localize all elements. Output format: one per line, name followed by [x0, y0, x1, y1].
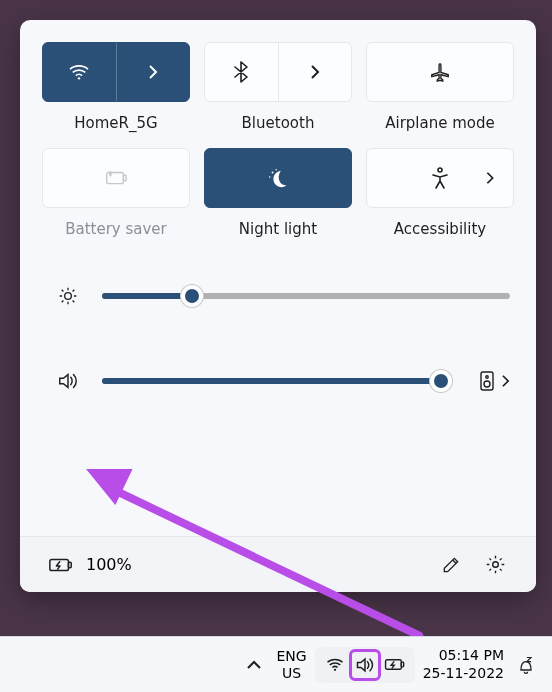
- night-light-tile[interactable]: [204, 148, 352, 208]
- airplane-icon: [429, 61, 451, 83]
- language-bottom: US: [276, 665, 306, 681]
- sliders-group: [42, 286, 514, 422]
- brightness-slider-row: [56, 286, 510, 306]
- chevron-right-icon: [147, 64, 159, 80]
- night-light-label: Night light: [239, 220, 317, 240]
- tray-volume[interactable]: [351, 651, 379, 679]
- bluetooth-label: Bluetooth: [242, 114, 315, 134]
- bluetooth-toggle[interactable]: [205, 43, 279, 101]
- gear-icon: [485, 554, 506, 575]
- volume-thumb[interactable]: [430, 370, 452, 392]
- pencil-icon: [441, 555, 461, 575]
- battery-percentage: 100%: [86, 555, 132, 574]
- airplane-mode-label: Airplane mode: [385, 114, 495, 134]
- volume-icon: [56, 371, 80, 391]
- clock-date: 25-11-2022: [423, 665, 504, 683]
- accessibility-icon: [430, 167, 450, 189]
- chevron-right-icon: [501, 374, 510, 388]
- chevron-up-icon: [246, 659, 262, 671]
- accessibility-expand[interactable]: [485, 171, 495, 185]
- wifi-label: HomeR_5G: [74, 114, 157, 134]
- battery-saver-label: Battery saver: [65, 220, 167, 240]
- brightness-thumb[interactable]: [181, 285, 203, 307]
- svg-rect-16: [401, 662, 403, 667]
- speaker-device-icon: [479, 370, 495, 392]
- volume-slider[interactable]: [102, 378, 451, 384]
- wifi-icon: [326, 657, 344, 672]
- battery-status-icon: [48, 556, 74, 574]
- volume-slider-row: [56, 370, 510, 392]
- wifi-toggle[interactable]: [43, 43, 117, 101]
- svg-point-4: [275, 169, 276, 170]
- accessibility-label: Accessibility: [394, 220, 486, 240]
- svg-rect-2: [123, 175, 126, 181]
- wifi-expand[interactable]: [117, 43, 190, 101]
- chevron-right-icon: [485, 171, 495, 185]
- chevron-right-icon: [309, 64, 321, 80]
- audio-output-button[interactable]: [479, 370, 495, 392]
- quick-settings-tiles: HomeR_5G Bluetooth Airplane: [42, 42, 514, 240]
- svg-rect-15: [385, 660, 401, 669]
- svg-point-3: [272, 172, 274, 174]
- svg-point-9: [486, 376, 488, 378]
- brightness-slider[interactable]: [102, 293, 510, 299]
- airplane-mode-tile[interactable]: [366, 42, 514, 102]
- system-tray[interactable]: [315, 647, 415, 683]
- tray-overflow-button[interactable]: [240, 653, 268, 677]
- svg-point-5: [269, 176, 270, 177]
- bluetooth-tile[interactable]: [204, 42, 352, 102]
- battery-icon: [384, 657, 406, 672]
- svg-point-10: [484, 381, 490, 387]
- battery-saver-icon: [103, 168, 129, 188]
- tray-battery[interactable]: [381, 651, 409, 679]
- language-top: ENG: [276, 648, 306, 664]
- taskbar-clock[interactable]: 05:14 PM 25-11-2022: [423, 647, 504, 682]
- svg-point-13: [493, 562, 499, 568]
- svg-point-6: [438, 168, 442, 172]
- audio-output-expand[interactable]: [501, 374, 510, 388]
- battery-saver-tile: [42, 148, 190, 208]
- focus-assist-button[interactable]: [512, 651, 540, 679]
- quick-settings-panel: HomeR_5G Bluetooth Airplane: [20, 20, 536, 592]
- svg-rect-11: [50, 559, 69, 570]
- wifi-tile[interactable]: [42, 42, 190, 102]
- svg-point-0: [78, 77, 80, 79]
- svg-point-7: [65, 293, 72, 300]
- bell-snooze-icon: [516, 655, 536, 675]
- quick-settings-footer: 100%: [20, 536, 536, 592]
- bluetooth-icon: [234, 61, 248, 83]
- clock-time: 05:14 PM: [423, 647, 504, 665]
- volume-icon: [355, 656, 375, 674]
- bluetooth-expand[interactable]: [279, 43, 352, 101]
- wifi-icon: [68, 63, 90, 81]
- svg-rect-12: [68, 562, 71, 568]
- language-indicator[interactable]: ENG US: [276, 648, 306, 680]
- brightness-icon: [56, 286, 80, 306]
- edit-quick-settings-button[interactable]: [435, 549, 467, 581]
- settings-button[interactable]: [479, 548, 512, 581]
- taskbar: ENG US 05:14 PM 25-11-2022: [0, 636, 552, 692]
- accessibility-tile[interactable]: [366, 148, 514, 208]
- tray-wifi[interactable]: [321, 651, 349, 679]
- night-light-icon: [267, 167, 289, 189]
- svg-point-14: [334, 669, 336, 671]
